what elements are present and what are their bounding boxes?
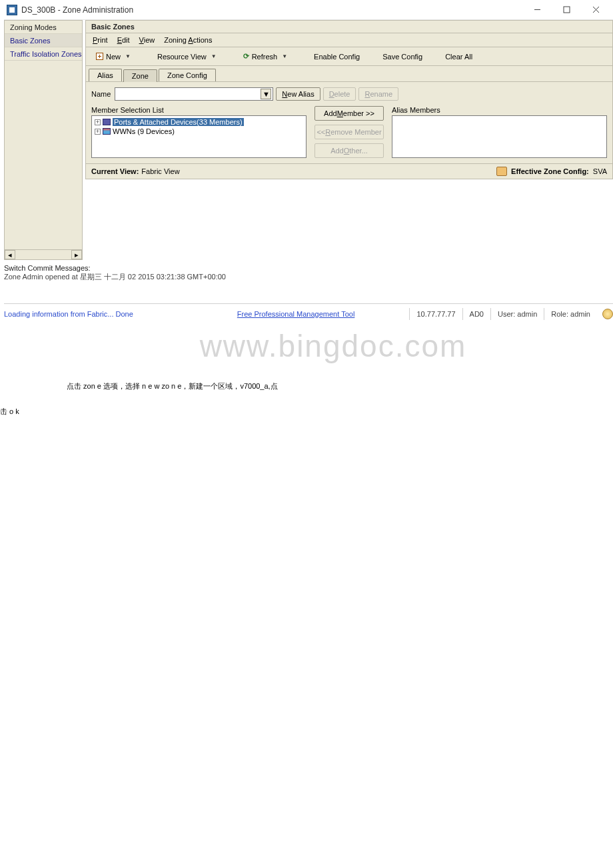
- sidebar-header-zoning-modes: Zoning Modes: [5, 21, 82, 34]
- effective-zone-label: Effective Zone Config:: [511, 167, 589, 175]
- instruction-line1: 点击 zon e 选项，选择 n e w zo n e，新建一个区域，v7000…: [0, 373, 613, 399]
- minimize-button[interactable]: [522, 1, 552, 19]
- current-view-label: Current View:: [91, 167, 139, 175]
- status-ad: AD0: [462, 308, 490, 320]
- chevron-down-icon: ▼: [211, 53, 217, 59]
- remove-member-button: << Remove Member: [314, 125, 384, 139]
- instruction-line2: 击 o k: [0, 399, 613, 424]
- watermark: www.bingdoc.com: [120, 328, 546, 364]
- save-config-button[interactable]: Save Config: [376, 51, 428, 63]
- tabstrip: Alias Zone Zone Config: [85, 66, 613, 82]
- menubar: Print Edit View Zoning Actions: [85, 33, 613, 47]
- wwn-icon: [103, 128, 111, 135]
- rename-button: Rename: [358, 87, 398, 101]
- loading-text: Loading information from Fabric... Done: [4, 310, 133, 318]
- add-other-button: Add Other...: [314, 143, 384, 158]
- refresh-icon: ⟳: [243, 52, 249, 61]
- menu-zoning-actions[interactable]: Zoning Actions: [160, 35, 216, 45]
- toolbar: New ▼ Resource View ▼ ⟳ Refresh ▼ Enable…: [85, 47, 613, 66]
- tree-item-ports[interactable]: + Ports & Attached Devices(33 Members): [93, 117, 305, 127]
- plus-icon: [96, 53, 103, 60]
- name-label: Name: [91, 90, 111, 98]
- svg-rect-1: [564, 7, 570, 13]
- enable-config-button[interactable]: Enable Config: [308, 51, 366, 63]
- scroll-track[interactable]: [15, 250, 71, 259]
- ports-icon: [103, 119, 111, 125]
- transfer-buttons: Add Member >> << Remove Member Add Other…: [313, 106, 385, 158]
- new-alias-button[interactable]: New Alias: [276, 87, 320, 101]
- add-member-button[interactable]: Add Member >>: [314, 106, 384, 121]
- new-button[interactable]: New ▼: [90, 51, 137, 63]
- status-ip: 10.77.77.77: [409, 308, 462, 320]
- clear-all-button[interactable]: Clear All: [439, 51, 478, 63]
- coin-icon: [602, 309, 613, 319]
- resource-view-button[interactable]: Resource View ▼: [151, 51, 223, 63]
- close-button[interactable]: [581, 1, 610, 19]
- delete-button: Delete: [323, 87, 356, 101]
- member-selection-list[interactable]: + Ports & Attached Devices(33 Members) +…: [91, 115, 306, 158]
- alias-members-list[interactable]: [392, 115, 607, 158]
- resource-view-label: Resource View: [157, 53, 207, 61]
- scroll-right-icon[interactable]: ▸: [71, 250, 82, 259]
- panel-footer: Current View: Fabric View Effective Zone…: [85, 164, 613, 179]
- instruction-text: 点击 zon e 选项，选择 n e w zo n e，新建一个区域，v7000…: [0, 373, 613, 424]
- status-user: User: admin: [490, 308, 544, 320]
- sidebar-item-basic-zones[interactable]: Basic Zones: [5, 34, 82, 47]
- messages-title: Switch Commit Messages:: [4, 264, 613, 272]
- chevron-down-icon[interactable]: ▼: [261, 89, 271, 99]
- current-view-value: Fabric View: [141, 167, 179, 175]
- app-icon: [7, 5, 17, 15]
- menu-print[interactable]: Print: [89, 35, 112, 45]
- chevron-down-icon: ▼: [282, 53, 287, 59]
- status-role: Role: admin: [544, 308, 597, 320]
- alias-members-title: Alias Members: [392, 106, 607, 114]
- messages-line: Zone Admin opened at 星期三 十二月 02 2015 03:…: [4, 272, 613, 282]
- tab-zone-config[interactable]: Zone Config: [159, 69, 216, 81]
- tree-item-wwns[interactable]: + WWNs (9 Devices): [93, 127, 305, 136]
- refresh-button[interactable]: ⟳ Refresh ▼: [237, 50, 293, 63]
- name-select[interactable]: ▼: [115, 87, 273, 101]
- menu-edit[interactable]: Edit: [113, 35, 134, 45]
- sidebar-scrollbar[interactable]: ◂ ▸: [4, 249, 83, 260]
- panel-title: Basic Zones: [85, 20, 613, 33]
- tab-zone[interactable]: Zone: [123, 69, 157, 82]
- chevron-down-icon: ▼: [125, 53, 131, 59]
- window-title: DS_300B - Zone Administration: [21, 5, 522, 15]
- print-icon[interactable]: [496, 167, 507, 176]
- scroll-left-icon[interactable]: ◂: [5, 250, 15, 259]
- tree-label: WWNs (9 Devices): [113, 127, 175, 135]
- menu-view[interactable]: View: [135, 35, 159, 45]
- statusbar: Loading information from Fabric... Done …: [4, 303, 613, 319]
- new-label: New: [106, 53, 121, 61]
- expand-icon[interactable]: +: [95, 119, 101, 125]
- management-tool-link[interactable]: Free Professional Management Tool: [237, 310, 355, 318]
- refresh-label: Refresh: [252, 53, 278, 61]
- sidebar-item-traffic-isolation[interactable]: Traffic Isolation Zones: [5, 47, 82, 61]
- maximize-button[interactable]: [552, 1, 581, 19]
- tree-label: Ports & Attached Devices(33 Members): [113, 118, 244, 126]
- member-selection-title: Member Selection List: [91, 106, 306, 114]
- expand-icon[interactable]: +: [95, 129, 101, 135]
- tab-alias[interactable]: Alias: [89, 69, 122, 81]
- sidebar: Zoning Modes Basic Zones Traffic Isolati…: [4, 20, 83, 260]
- effective-zone-value: SVA: [593, 167, 607, 175]
